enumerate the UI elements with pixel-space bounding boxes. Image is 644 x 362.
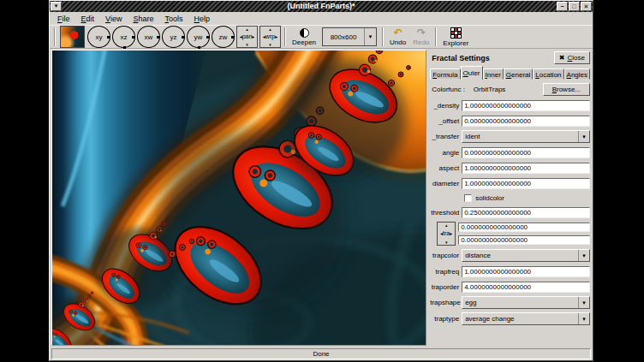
trapshape-value: egg (465, 299, 476, 306)
maximize-icon: □ (572, 3, 575, 9)
trapshape-combo[interactable]: egg ▼ (462, 296, 590, 309)
warp-widget[interactable]: ▴ ◂wrp▸ ▾ (259, 26, 281, 48)
trapfreq-input[interactable]: 1.0000000000000000 (462, 266, 590, 277)
rotate-zw-button[interactable]: zw (212, 26, 235, 48)
undo-label: Undo (390, 39, 406, 46)
arrow-right-icon[interactable]: ▸ (450, 231, 452, 236)
chevron-down-icon[interactable]: ▼ (578, 313, 589, 324)
angle-input[interactable]: 0.0000000000000000 (462, 147, 590, 158)
transfer-combo[interactable]: ident ▼ (462, 130, 590, 143)
redo-label: Redo (413, 39, 429, 46)
rotation-dot-icon (132, 36, 134, 39)
trapposition-widget[interactable]: ▴ ◂tra▸ ▾ (437, 222, 456, 246)
browse-button[interactable]: Browse... (543, 83, 590, 96)
rotation-dot-icon (231, 36, 234, 39)
rotate-zw-label: zw (219, 33, 228, 41)
close-window-button[interactable]: ✕ (581, 2, 592, 11)
deepen-button[interactable]: Deepen (292, 28, 316, 46)
chevron-down-icon[interactable]: ▼ (364, 28, 376, 45)
arrow-down-icon[interactable]: ▾ (269, 42, 271, 47)
fractal-view[interactable] (51, 50, 426, 346)
menu-share[interactable]: Share (128, 14, 159, 24)
trapposition-y-input[interactable]: 0.0000000000000000 (458, 235, 590, 245)
fractal-settings-panel: Fractal Settings ✖ Close Formula Outer I… (429, 50, 591, 346)
minimize-button[interactable]: − (557, 2, 568, 11)
toolbar-separator (54, 27, 56, 46)
trapshape-label: trapshape (430, 299, 462, 306)
rotate-xw-button[interactable]: xw (137, 26, 160, 48)
arrow-right-icon[interactable]: ▸ (275, 34, 277, 39)
offset-input[interactable]: 0.0000000000000000 (462, 116, 590, 127)
trapcolor-value: distance (465, 252, 491, 259)
undo-button[interactable]: ↶ Undo (390, 28, 406, 46)
image-size-combo[interactable]: 800x600 ▼ (322, 27, 377, 46)
rotation-dot-icon (198, 46, 200, 49)
arrow-up-icon[interactable]: ▴ (445, 223, 448, 228)
traporder-input[interactable]: 4.0000000000000000 (462, 282, 590, 293)
arrow-down-icon[interactable]: ▾ (445, 240, 448, 245)
diameter-input[interactable]: 1.0000000000000000 (462, 178, 590, 189)
arrow-up-icon[interactable]: ▴ (246, 27, 248, 32)
tab-inner[interactable]: Inner (483, 68, 504, 80)
explorer-button[interactable]: Explorer (443, 27, 468, 47)
chevron-down-icon[interactable]: ▼ (578, 297, 589, 308)
rotation-dot-icon (182, 36, 184, 39)
maximize-button[interactable]: □ (569, 2, 580, 11)
traporder-label: traporder (430, 283, 462, 291)
traptype-combo[interactable]: average change ▼ (462, 312, 590, 325)
rotate-xw-label: xw (145, 33, 153, 41)
density-input[interactable]: 1.0000000000000000 (462, 100, 590, 111)
rotate-yz-label: yz (170, 33, 177, 41)
tab-angles[interactable]: Angles (564, 68, 590, 80)
deepen-icon (300, 28, 309, 38)
trapposition-x-input[interactable]: 0.0000000000000000 (458, 223, 590, 232)
menu-file[interactable]: File (52, 14, 76, 24)
threshold-input[interactable]: 0.2500000000000000 (462, 207, 590, 218)
menu-tools[interactable]: Tools (159, 14, 188, 24)
close-panel-button[interactable]: ✖ Close (554, 51, 590, 64)
pan-widget[interactable]: ▴ ◂pan▸ ▾ (236, 26, 258, 48)
menu-help[interactable]: Help (188, 14, 216, 24)
warp-label: wrp (265, 33, 275, 40)
titlebar[interactable]: ▾ (Untitled FnParts)* − □ ✕ (50, 1, 593, 12)
colorfunc-label: Colorfunc : (430, 86, 465, 93)
chevron-down-icon[interactable]: ▼ (578, 131, 589, 142)
arrow-down-icon[interactable]: ▾ (246, 42, 248, 47)
solidcolor-checkbox[interactable] (464, 194, 472, 202)
aspect-input[interactable]: 1.0000000000000000 (462, 163, 590, 174)
trapcolor-combo[interactable]: distance ▼ (462, 249, 590, 262)
offset-label: _offset (430, 117, 462, 125)
tab-location[interactable]: Location (533, 68, 564, 80)
rotate-yw-button[interactable]: yw (187, 26, 210, 48)
density-label: _density (430, 102, 462, 110)
tab-outer[interactable]: Outer (461, 66, 483, 80)
app-window: ▾ (Untitled FnParts)* − □ ✕ File Edit Vi… (49, 0, 593, 361)
redo-arrow-icon: ↷ (417, 28, 426, 38)
menu-view[interactable]: View (100, 14, 128, 24)
rotation-dot-icon (123, 46, 126, 49)
redo-button: ↷ Redo (413, 28, 429, 46)
arrow-up-icon[interactable]: ▴ (269, 27, 271, 32)
rotate-xz-button[interactable]: xz (112, 26, 135, 48)
close-x-icon: ✖ (559, 55, 565, 62)
menu-edit[interactable]: Edit (76, 14, 101, 24)
tab-formula[interactable]: Formula (430, 68, 460, 80)
fractal-thumbnail-button[interactable] (60, 26, 85, 48)
rotate-xy-button[interactable]: xy (87, 26, 110, 48)
window-title: (Untitled FnParts)* (50, 1, 593, 12)
transfer-label: _transfer (430, 133, 462, 140)
window-menu-button[interactable]: ▾ (51, 2, 62, 11)
arrow-right-icon[interactable]: ▸ (252, 34, 254, 39)
desktop: ▾ (Untitled FnParts)* − □ ✕ File Edit Vi… (0, 0, 644, 362)
trapposition-label: tra (443, 230, 450, 237)
close-panel-label: Close (568, 54, 585, 62)
tab-general[interactable]: General (504, 68, 533, 80)
rotate-yz-button[interactable]: yz (162, 26, 185, 48)
transfer-value: ident (465, 133, 480, 140)
rotation-dot-icon (206, 36, 209, 39)
chevron-down-icon[interactable]: ▼ (578, 250, 589, 261)
panel-title: Fractal Settings (430, 54, 554, 62)
window-menu-icon: ▾ (55, 3, 58, 9)
toolbar-separator (435, 27, 437, 46)
undo-arrow-icon: ↶ (394, 28, 402, 38)
